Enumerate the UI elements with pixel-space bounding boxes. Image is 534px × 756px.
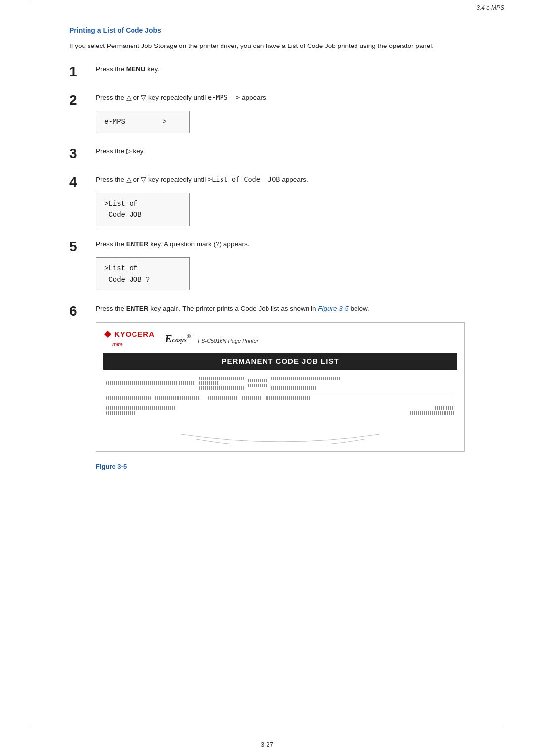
divider [106,393,454,393]
mita-text: mita [112,340,123,349]
kyocera-logo-top: KYOCERa [103,329,155,340]
data-block [106,406,176,410]
step-6: 6 Press the ENTER key again. The printer… [69,303,465,472]
data-block [106,381,195,385]
data-block [242,396,262,400]
data-block [271,386,316,390]
step-4: 4 Press the △ or ▽ key repeatedly until … [69,174,465,226]
step-6-key: ENTER [126,305,149,312]
data-block [199,386,244,390]
data-block [208,396,238,400]
step-1: 1 Press the MENU key. [69,64,465,80]
step-6-content: Press the ENTER key again. The printer p… [96,303,465,472]
top-rule [30,0,504,4]
step-2-display: e-MPS > [96,111,190,133]
step-1-content: Press the MENU key. [96,64,465,80]
step-3: 3 Press the ▷ key. [69,146,465,162]
bottom-rule [30,728,504,728]
perm-code-header: PERMANENT CODE JOB LIST [103,353,457,370]
step-5-content: Press the ENTER key. A question mark (?)… [96,239,465,290]
kyocera-logo: KYOCERa mita [103,329,155,349]
step-1-text: Press the MENU key. [96,64,465,75]
step-6-number: 6 [69,304,87,318]
step-5-text: Press the ENTER key. A question mark (?)… [96,239,465,250]
data-row-2 [106,396,454,400]
data-block [199,381,219,385]
main-content: Printing a List of Code Jobs If you sele… [69,26,465,472]
data-block [435,406,454,410]
step-5: 5 Press the ENTER key. A question mark (… [69,239,465,290]
step-3-number: 3 [69,147,87,161]
curve-svg [177,429,384,444]
step-3-text: Press the ▷ key. [96,146,465,157]
intro-paragraph: If you select Permanent Job Storage on t… [69,41,465,51]
section-heading: Printing a List of Code Jobs [69,26,465,34]
step-4-number: 4 [69,175,87,189]
step-1-number: 1 [69,65,87,79]
step-4-code: >List of Code JOB [208,175,280,183]
kyocera-diamond-icon [103,330,112,339]
ecosys-logo-text: Ecosys® [165,330,191,347]
figure-bottom-curve [106,429,454,444]
step-2-content: Press the △ or ▽ key repeatedly until e-… [96,93,465,133]
step-3-content: Press the ▷ key. [96,146,465,162]
page-number: 3-27 [0,741,534,748]
divider [106,403,454,403]
data-block [199,377,244,380]
page: 3.4 e-MPS Printing a List of Code Jobs I… [0,0,534,756]
svg-rect-0 [104,331,111,338]
data-block [106,396,151,400]
printer-name-text: FS-C5016N Page Printer [198,337,258,348]
step-5-display: >List of Code JOB ? [96,257,190,290]
data-block [410,411,454,415]
data-block [266,396,310,400]
step-2-text: Press the △ or ▽ key repeatedly until e-… [96,93,465,103]
data-block [248,384,267,387]
step-5-number: 5 [69,240,87,254]
data-row-1 [106,377,454,390]
step-2-number: 2 [69,94,87,107]
data-block [106,411,136,415]
data-block [155,396,199,400]
data-block [248,379,267,382]
figure-3-5-box: KYOCERa mita Ecosys® FS-C5016N Page Prin… [96,322,465,452]
step-4-content: Press the △ or ▽ key repeatedly until >L… [96,174,465,226]
data-row-3 [106,406,454,415]
step-4-display: >List of Code JOB [96,193,190,226]
section-label: 3.4 e-MPS [0,4,504,11]
step-6-text: Press the ENTER key again. The printer p… [96,303,465,314]
figure-3-5-link[interactable]: Figure 3-5 [318,305,349,312]
figure-data-rows [103,375,457,446]
kyocera-brand-text: KYOCERa [114,329,155,340]
step-4-text: Press the △ or ▽ key repeatedly until >L… [96,174,465,185]
step-2-code: e-MPS > [208,94,240,101]
figure-header: KYOCERa mita Ecosys® FS-C5016N Page Prin… [103,329,457,349]
figure-caption: Figure 3-5 [96,462,465,472]
step-5-key: ENTER [126,240,149,248]
step-2: 2 Press the △ or ▽ key repeatedly until … [69,93,465,133]
data-block [271,377,341,380]
step-1-key: MENU [126,65,146,73]
